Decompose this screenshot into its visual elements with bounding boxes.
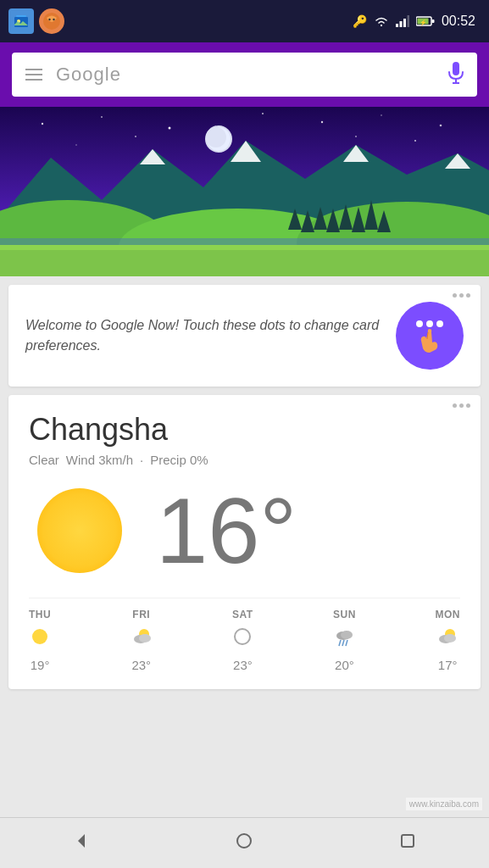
- city-name: Changsha: [29, 412, 460, 448]
- sat-label: SAT: [232, 609, 253, 620]
- welcome-card-menu[interactable]: [453, 293, 470, 298]
- hero-scene: [0, 107, 489, 276]
- svg-point-57: [139, 634, 151, 643]
- weather-condition: Clear: [29, 453, 59, 467]
- mon-icon: [436, 626, 458, 653]
- status-bar: 🔑 ⚡ 00:52: [0, 0, 489, 42]
- search-bar[interactable]: Google: [12, 53, 477, 97]
- svg-point-28: [414, 140, 416, 142]
- sun-temp: 20°: [335, 658, 354, 672]
- svg-rect-50: [0, 245, 489, 250]
- svg-point-53: [436, 320, 443, 327]
- sat-icon: [231, 626, 253, 653]
- fri-icon: [131, 626, 153, 653]
- back-button[interactable]: [73, 832, 90, 854]
- signal-icon: [396, 15, 409, 27]
- svg-point-60: [341, 631, 353, 639]
- weather-main: 16°: [29, 484, 460, 577]
- svg-rect-48: [0, 238, 489, 245]
- watermark: www.kinzaiba.com: [406, 798, 482, 810]
- svg-rect-6: [396, 24, 398, 27]
- svg-point-66: [444, 634, 456, 643]
- mon-temp: 17°: [438, 658, 458, 672]
- svg-point-51: [416, 320, 423, 327]
- recents-button[interactable]: [399, 832, 416, 854]
- precip-info: Precip 0%: [150, 453, 208, 467]
- svg-point-52: [426, 320, 433, 327]
- svg-point-54: [32, 629, 47, 644]
- wifi-icon: [374, 15, 389, 27]
- thu-icon: [29, 626, 51, 653]
- status-bar-left: [8, 8, 64, 34]
- fri-label: FRI: [132, 609, 150, 620]
- forecast-thu: THU 19°: [29, 609, 51, 672]
- sun-icon-forecast: [333, 626, 355, 653]
- forecast-fri: FRI 23°: [131, 609, 153, 672]
- svg-point-25: [75, 144, 77, 146]
- svg-text:⚡: ⚡: [420, 19, 427, 26]
- svg-point-23: [381, 114, 382, 116]
- svg-point-18: [42, 123, 43, 125]
- forecast-sun: SUN 20°: [333, 609, 356, 672]
- svg-line-63: [346, 640, 347, 646]
- svg-rect-8: [403, 19, 406, 27]
- svg-rect-7: [399, 21, 402, 27]
- fox-app-icon: [39, 8, 64, 34]
- sun-label: SUN: [333, 609, 356, 620]
- svg-point-26: [135, 136, 136, 137]
- svg-rect-69: [402, 835, 414, 847]
- svg-point-27: [355, 136, 357, 137]
- weather-card-menu[interactable]: [453, 403, 470, 408]
- svg-point-5: [53, 19, 54, 20]
- google-logo: Google: [56, 64, 448, 86]
- gallery-app-icon: [8, 8, 34, 34]
- svg-rect-11: [431, 19, 434, 23]
- svg-rect-1: [16, 15, 26, 17]
- svg-rect-9: [407, 15, 409, 27]
- content-area: Welcome to Google Now! Touch these dots …: [0, 276, 489, 698]
- temperature: 16°: [156, 484, 297, 577]
- forecast-sat: SAT 23°: [231, 609, 253, 672]
- svg-point-4: [48, 19, 50, 20]
- weather-card: Changsha Clear Wind 3km/h · Precip 0% 16…: [8, 395, 481, 689]
- fri-temp: 23°: [131, 658, 151, 672]
- home-button[interactable]: [236, 832, 253, 854]
- hamburger-menu-icon[interactable]: [25, 69, 42, 81]
- sun-icon: [37, 488, 122, 573]
- thu-temp: 19°: [31, 658, 50, 672]
- clock: 00:52: [442, 14, 475, 29]
- status-bar-right: 🔑 ⚡ 00:52: [353, 14, 475, 29]
- wind-info: Wind 3km/h: [66, 453, 133, 467]
- search-bar-container: Google: [0, 42, 489, 107]
- welcome-card: Welcome to Google Now! Touch these dots …: [8, 285, 481, 387]
- thu-label: THU: [29, 609, 51, 620]
- svg-line-61: [339, 640, 341, 646]
- forecast-row: THU 19° FRI 23°: [29, 598, 460, 672]
- svg-point-68: [237, 834, 251, 848]
- forecast-mon: MON 17°: [435, 609, 460, 672]
- svg-point-21: [262, 113, 264, 114]
- svg-point-24: [440, 125, 442, 127]
- svg-rect-0: [14, 17, 28, 27]
- svg-line-62: [342, 640, 344, 646]
- svg-rect-14: [453, 62, 459, 75]
- sat-temp: 23°: [233, 658, 253, 672]
- svg-point-22: [321, 121, 323, 123]
- key-icon: 🔑: [353, 14, 367, 28]
- svg-marker-67: [78, 834, 85, 848]
- nav-bar: [0, 817, 489, 868]
- welcome-text: Welcome to Google Now! Touch these dots …: [25, 315, 382, 356]
- touch-dots-icon[interactable]: [396, 302, 464, 370]
- weather-details: Clear Wind 3km/h · Precip 0%: [29, 453, 460, 467]
- svg-point-31: [206, 127, 226, 147]
- mic-icon[interactable]: [448, 62, 464, 88]
- svg-point-58: [235, 629, 250, 644]
- battery-icon: ⚡: [416, 15, 435, 27]
- svg-point-19: [101, 116, 103, 118]
- svg-point-20: [169, 127, 171, 130]
- separator: ·: [140, 453, 143, 467]
- mon-label: MON: [435, 609, 460, 620]
